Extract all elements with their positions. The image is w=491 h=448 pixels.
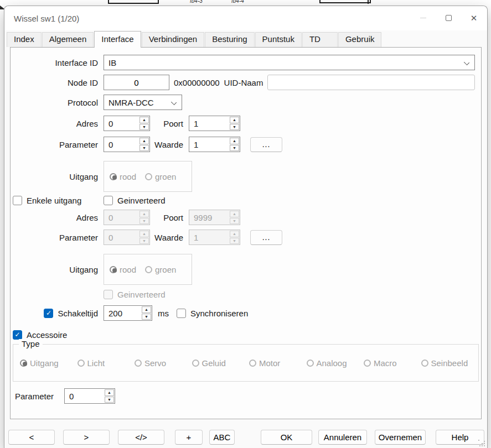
radio-label: Geluid (202, 358, 226, 368)
tab-interface[interactable]: Interface (94, 31, 141, 48)
node-id-input[interactable] (104, 75, 169, 90)
tab-verbindingen[interactable]: Verbindingen (142, 32, 205, 47)
close-icon: ✕ (471, 14, 478, 22)
maximize-icon (446, 15, 452, 21)
cancel-button[interactable]: Annuleren (318, 430, 367, 445)
spin-up-icon[interactable] (139, 117, 149, 123)
spin-down-icon[interactable] (139, 124, 149, 131)
title-bar[interactable]: Wissel sw1 (1/20) ✕ (4, 6, 487, 30)
waarde1-input[interactable] (189, 137, 229, 152)
spin-up-icon[interactable] (230, 117, 239, 123)
geinverteerd1-checkbox[interactable]: Geinverteerd (104, 196, 166, 205)
spin-up-icon[interactable] (105, 389, 114, 396)
accessoire-checkbox[interactable]: Accessoire (13, 330, 67, 340)
spin-buttons (229, 137, 240, 152)
tab-besturing[interactable]: Besturing (205, 32, 254, 47)
enkele-uitgang-checkbox[interactable]: Enkele uitgang (13, 196, 104, 205)
abc-button[interactable]: ABC (209, 430, 235, 445)
schakeltijd-input[interactable] (104, 306, 141, 320)
schakeltijd-labelcol: Schakeltijd (11, 309, 104, 318)
uitgang2-groupbox: rood groen (104, 254, 192, 285)
uitgang1-label: Uitgang (11, 172, 104, 181)
apply-button[interactable]: Overnemen (375, 430, 426, 445)
radio-type-uitgang: Uitgang (20, 358, 77, 368)
tab-index[interactable]: Index (7, 32, 42, 47)
spin-down-icon[interactable] (139, 145, 149, 152)
waarde2-spinner (189, 230, 240, 245)
interface-id-label: Interface ID (11, 58, 104, 67)
protocol-combobox[interactable]: NMRA-DCC (104, 95, 182, 110)
uitgang2-label: Uitgang (11, 265, 104, 274)
param2-input (104, 230, 139, 244)
help-button[interactable]: Help (436, 430, 484, 445)
spin-down-icon[interactable] (230, 145, 239, 152)
poort1-input[interactable] (189, 116, 229, 131)
poort1-spinner[interactable] (189, 116, 240, 131)
spin-up-icon[interactable] (139, 138, 149, 144)
adres2-input (104, 210, 139, 225)
radio-icon (77, 360, 85, 367)
uid-naam-label: UID-Naam (224, 78, 263, 87)
next-button[interactable]: > (63, 430, 110, 445)
tab-algemeen[interactable]: Algemeen (42, 32, 94, 47)
resize-grip[interactable] (478, 440, 485, 446)
bottom-parameter-input[interactable] (65, 389, 104, 403)
adres1-input[interactable] (104, 116, 139, 131)
ok-button[interactable]: OK (261, 430, 312, 445)
spin-up-icon[interactable] (142, 306, 151, 313)
radio-rood-1: rood (110, 172, 136, 181)
radio-label: Motor (259, 358, 280, 368)
adres2-label: Adres (11, 213, 104, 222)
spin-down-icon[interactable] (142, 314, 151, 320)
checkbox-icon (13, 196, 22, 205)
radio-rood-2: rood (110, 265, 136, 274)
geinverteerd2-checkbox: Geinverteerd (104, 290, 166, 299)
background-track-element (319, 0, 371, 3)
bottom-parameter-spinner[interactable] (64, 388, 115, 404)
spin-down-icon (230, 218, 239, 225)
poort1-label: Poort (150, 119, 189, 128)
spin-buttons (141, 306, 152, 320)
radio-label: Uitgang (30, 358, 59, 368)
spin-down-icon (230, 238, 239, 244)
radio-type-seinbeeld: Seinbeeld (421, 358, 479, 368)
code-button[interactable]: </> (118, 430, 164, 445)
node-id-row: Node ID 0x00000000 UID-Naam (11, 75, 481, 90)
footer-button-bar: < > </> + ABC OK Annuleren Overnemen Hel… (8, 430, 484, 445)
interface-id-combobox[interactable]: IB (104, 55, 475, 70)
param1-spinner[interactable] (104, 137, 150, 152)
checkbox-row: Enkele uitgang Geinverteerd (11, 195, 481, 205)
spin-up-icon[interactable] (230, 138, 239, 144)
spin-down-icon[interactable] (230, 124, 239, 131)
synchroniseren-checkbox[interactable]: Synchroniseren (177, 309, 248, 318)
spin-down-icon[interactable] (105, 397, 114, 403)
radio-icon (20, 360, 27, 367)
previous-button[interactable]: < (8, 430, 55, 445)
radio-icon (364, 360, 371, 367)
geinverteerd2-row: Geinverteerd (11, 289, 481, 299)
background-sensor-label: fb4-3 (190, 0, 203, 4)
spin-down-icon (139, 218, 149, 225)
maximize-button[interactable] (436, 7, 461, 29)
adres1-spinner[interactable] (104, 116, 150, 131)
more1-button[interactable]: ... (250, 137, 282, 152)
radio-groen-label: groen (155, 172, 176, 181)
radio-label: Licht (87, 358, 105, 368)
chevron-down-icon (171, 100, 177, 105)
schakeltijd-checkbox[interactable]: Schakeltijd (44, 309, 98, 318)
radio-label: Macro (374, 358, 397, 368)
tab-gebruik[interactable]: Gebruik (338, 32, 382, 47)
schakeltijd-spinner[interactable] (104, 305, 152, 321)
param1-input[interactable] (104, 137, 139, 152)
geinverteerd2-label: Geinverteerd (117, 290, 166, 299)
tab-td[interactable]: TD (302, 32, 338, 47)
more2-button[interactable]: ... (250, 230, 282, 245)
tab-puntstuk[interactable]: Puntstuk (255, 32, 302, 47)
uid-naam-input[interactable] (267, 75, 475, 90)
schakeltijd-label: Schakeltijd (58, 309, 98, 318)
close-button[interactable]: ✕ (461, 7, 487, 29)
type-groupbox: Type Uitgang Licht Servo Geluid Motor An… (13, 344, 479, 382)
waarde1-spinner[interactable] (189, 137, 240, 152)
checkbox-icon (104, 290, 113, 299)
add-button[interactable]: + (175, 430, 203, 445)
